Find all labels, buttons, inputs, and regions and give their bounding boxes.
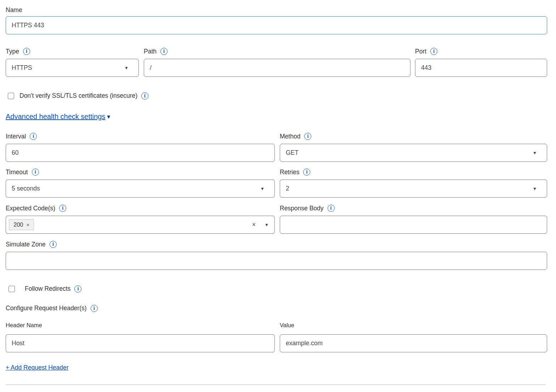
chevron-down-icon[interactable]: ▼	[265, 223, 269, 227]
method-select[interactable]: GET ▼	[280, 144, 547, 162]
response-body-input[interactable]	[280, 216, 547, 234]
port-label: Port i	[415, 47, 547, 55]
path-label: Path i	[144, 47, 410, 55]
response-body-info-icon[interactable]: i	[328, 205, 335, 212]
timeout-label-text: Timeout	[6, 168, 28, 176]
request-headers-title-text: Configure Request Header(s)	[6, 305, 87, 312]
simulate-zone-label-text: Simulate Zone	[6, 240, 46, 248]
type-select[interactable]: HTTPS ▼	[6, 59, 139, 77]
request-headers-info-icon[interactable]: i	[91, 305, 98, 312]
interval-input[interactable]	[6, 144, 275, 162]
tag-remove-icon[interactable]: ×	[27, 222, 30, 228]
method-label-text: Method	[280, 132, 300, 140]
chevron-down-icon: ▼	[124, 66, 129, 70]
name-label-text: Name	[6, 6, 22, 14]
advanced-settings-link[interactable]: Advanced health check settings ▼	[6, 113, 111, 121]
chevron-down-icon: ▼	[533, 151, 537, 155]
method-info-icon[interactable]: i	[304, 133, 311, 140]
expected-codes-info-icon[interactable]: i	[59, 205, 66, 212]
advanced-caret-down-icon: ▼	[106, 114, 111, 120]
follow-redirects-row: Follow Redirects i	[6, 285, 547, 292]
expected-codes-multiselect[interactable]: 200 × × ▼	[6, 216, 275, 234]
type-info-icon[interactable]: i	[23, 48, 30, 55]
retries-select[interactable]: 2 ▼	[280, 180, 547, 198]
advanced-settings-link-text[interactable]: Advanced health check settings	[6, 113, 105, 121]
clear-all-icon[interactable]: ×	[252, 221, 256, 228]
type-label: Type i	[6, 47, 139, 55]
ssl-verify-checkbox[interactable]	[8, 93, 14, 99]
ssl-checkbox-row: Don't verify SSL/TLS certificates (insec…	[6, 92, 547, 100]
name-label: Name	[6, 6, 547, 14]
request-headers-section-title: Configure Request Header(s) i	[6, 305, 547, 312]
chevron-down-icon: ▼	[533, 187, 537, 191]
method-label: Method i	[280, 132, 547, 140]
interval-label: Interval i	[6, 132, 275, 140]
header-value-label: Value	[280, 322, 547, 329]
retries-info-icon[interactable]: i	[303, 169, 310, 176]
path-label-text: Path	[144, 47, 157, 55]
follow-redirects-info-icon[interactable]: i	[74, 285, 81, 292]
add-request-header-link[interactable]: + Add Request Header	[6, 364, 69, 371]
retries-label-text: Retries	[280, 168, 299, 176]
method-select-value: GET	[286, 149, 299, 157]
retries-select-value: 2	[286, 185, 289, 192]
path-input[interactable]	[144, 59, 410, 77]
header-name-input[interactable]	[6, 334, 275, 352]
type-label-text: Type	[6, 47, 19, 55]
header-name-label: Header Name	[6, 322, 275, 329]
bottom-divider	[6, 385, 545, 385]
simulate-zone-info-icon[interactable]: i	[50, 241, 57, 248]
chevron-down-icon: ▼	[260, 187, 265, 191]
interval-label-text: Interval	[6, 132, 26, 140]
expected-codes-label-text: Expected Code(s)	[6, 204, 55, 212]
path-info-icon[interactable]: i	[160, 48, 168, 55]
health-check-form: Name Type i HTTPS ▼ Path i Port i	[6, 0, 547, 371]
port-label-text: Port	[415, 47, 426, 55]
interval-info-icon[interactable]: i	[30, 133, 37, 140]
ssl-info-icon[interactable]: i	[141, 92, 148, 100]
response-body-label: Response Body i	[280, 204, 547, 212]
port-info-icon[interactable]: i	[430, 48, 437, 55]
follow-redirects-checkbox[interactable]	[8, 286, 15, 292]
timeout-select[interactable]: 5 seconds ▼	[6, 180, 275, 198]
timeout-label: Timeout i	[6, 168, 275, 176]
port-input[interactable]	[415, 59, 547, 77]
simulate-zone-label: Simulate Zone i	[6, 240, 547, 248]
simulate-zone-input[interactable]	[6, 252, 547, 270]
timeout-info-icon[interactable]: i	[32, 169, 39, 176]
ssl-checkbox-label: Don't verify SSL/TLS certificates (insec…	[19, 92, 137, 100]
expected-code-tag-text: 200	[13, 221, 23, 228]
timeout-select-value: 5 seconds	[12, 185, 40, 192]
follow-redirects-label: Follow Redirects	[25, 285, 70, 292]
expected-codes-label: Expected Code(s) i	[6, 204, 275, 212]
header-value-input[interactable]	[280, 334, 547, 352]
response-body-label-text: Response Body	[280, 204, 324, 212]
name-input[interactable]	[6, 16, 547, 34]
request-header-row: Header Name Value	[6, 322, 547, 352]
expected-code-tag: 200 ×	[9, 219, 34, 230]
type-select-value: HTTPS	[12, 64, 32, 72]
retries-label: Retries i	[280, 168, 547, 176]
